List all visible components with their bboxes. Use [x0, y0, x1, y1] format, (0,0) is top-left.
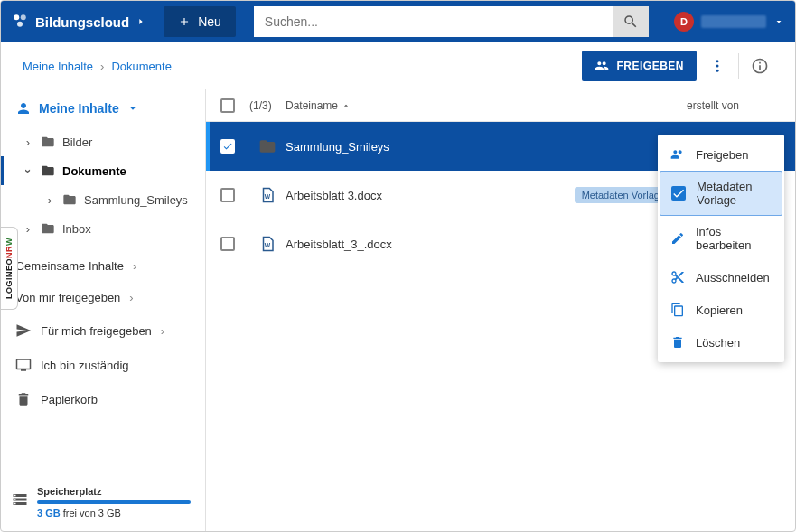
svg-point-0: [14, 14, 19, 20]
tree-item-inbox[interactable]: › Inbox: [1, 214, 205, 243]
chevron-right-icon: ›: [23, 222, 33, 236]
info-button[interactable]: [746, 52, 773, 79]
breadcrumb: Meine Inhalte › Dokumente: [23, 60, 172, 73]
user-menu[interactable]: D: [674, 12, 784, 32]
cut-icon: [670, 270, 685, 285]
info-icon: [751, 57, 769, 75]
app-logo-link[interactable]: Bildungscloud: [12, 13, 145, 32]
more-menu-button[interactable]: [704, 52, 731, 79]
person-icon: [15, 100, 32, 117]
ctx-metadaten[interactable]: Metadaten Vorlage: [660, 171, 782, 216]
app-logo-icon: [12, 13, 28, 32]
tree-item-sammlung[interactable]: › Sammlung_Smileys: [1, 185, 205, 214]
row-checkbox[interactable]: [220, 188, 235, 202]
file-name: Sammlung_Smileys: [286, 140, 687, 154]
sidebar-item-von-mir[interactable]: Von mir freigegeben ›: [1, 282, 205, 313]
svg-text:W: W: [265, 242, 271, 248]
chevron-right-icon: ›: [129, 291, 133, 304]
logineo-tab[interactable]: LOGINEONRW: [0, 227, 18, 310]
select-all-checkbox[interactable]: [220, 98, 235, 113]
row-checkbox[interactable]: [220, 139, 235, 154]
breadcrumb-current[interactable]: Dokumente: [111, 60, 171, 73]
tree-item-dokumente[interactable]: › Dokumente: [1, 156, 205, 185]
ctx-loeschen[interactable]: Löschen: [658, 326, 784, 359]
chevron-down-icon: [126, 102, 139, 115]
column-name-header[interactable]: Dateiname: [286, 99, 687, 112]
ctx-infos[interactable]: Infos bearbeiten: [658, 216, 784, 261]
user-name: [701, 15, 766, 28]
sidebar-item-zustaendig[interactable]: Ich bin zuständig: [1, 348, 205, 382]
share-button[interactable]: FREIGEBEN: [582, 51, 697, 81]
storage-indicator: Speicherplatz 3 GB frei von 3 GB: [1, 477, 205, 531]
app-name: Bildungscloud: [35, 14, 129, 30]
folder-icon: [41, 163, 55, 178]
file-name: Arbeitsblatt_3_.docx: [286, 238, 687, 251]
breadcrumb-root[interactable]: Meine Inhalte: [23, 60, 93, 73]
chevron-right-icon: ›: [133, 259, 136, 273]
chevron-down-icon: ›: [22, 165, 35, 176]
sidebar-item-papierkorb[interactable]: Papierkorb: [1, 382, 205, 416]
svg-point-4: [716, 65, 719, 68]
sort-asc-icon: [342, 101, 351, 110]
chevron-right-icon: ›: [23, 135, 33, 149]
svg-point-5: [716, 70, 719, 72]
context-menu: Freigeben Metadaten Vorlage Infos bearbe…: [658, 135, 784, 362]
share-people-icon: [595, 59, 609, 73]
search-icon: [623, 14, 639, 30]
ctx-kopieren[interactable]: Kopieren: [658, 294, 784, 326]
ctx-ausschneiden[interactable]: Ausschneiden: [658, 261, 784, 294]
divider: [738, 53, 739, 79]
folder-icon: [258, 137, 276, 155]
check-icon: [671, 186, 686, 201]
edit-icon: [670, 231, 685, 246]
more-vert-icon: [709, 58, 726, 74]
folder-icon: [41, 135, 55, 149]
new-button[interactable]: Neu: [164, 6, 236, 37]
chevron-right-icon: ›: [161, 324, 164, 338]
docx-icon: W: [259, 235, 276, 253]
search-button[interactable]: [613, 6, 649, 37]
avatar: D: [674, 12, 694, 32]
svg-point-3: [716, 60, 719, 62]
sidebar-item-gemeinsame[interactable]: Gemeinsame Inhalte ›: [1, 250, 205, 282]
chevron-right-icon: ›: [100, 60, 104, 73]
copy-icon: [670, 303, 685, 317]
folder-icon: [62, 192, 77, 207]
plus-icon: [178, 15, 191, 28]
svg-text:W: W: [265, 193, 271, 200]
trash-icon: [670, 335, 685, 350]
chevron-right-icon: ›: [44, 193, 55, 207]
search-input[interactable]: [254, 6, 613, 37]
storage-icon: [12, 491, 28, 509]
share-people-icon: [670, 147, 685, 162]
ctx-freigeben[interactable]: Freigeben: [658, 138, 784, 171]
sidebar-item-fuer-mich[interactable]: Für mich freigegeben ›: [1, 313, 205, 348]
chevron-right-icon: [136, 17, 145, 26]
docx-icon: W: [259, 186, 276, 204]
svg-point-2: [17, 21, 23, 26]
column-created-header[interactable]: erstellt von: [687, 99, 795, 112]
tree-item-bilder[interactable]: › Bilder: [1, 127, 205, 156]
chevron-down-icon: [773, 16, 784, 27]
file-name: Arbeitsblatt 3.docx: [286, 189, 575, 202]
sidebar-root[interactable]: Meine Inhalte: [1, 89, 205, 127]
trash-icon: [15, 391, 32, 407]
monitor-icon: [15, 357, 32, 373]
folder-icon: [41, 221, 55, 236]
selection-count: (1/3): [249, 99, 286, 112]
row-checkbox[interactable]: [220, 237, 235, 251]
table-header: (1/3) Dateiname erstellt von: [206, 89, 795, 122]
send-icon: [15, 322, 32, 339]
svg-point-1: [21, 14, 26, 20]
